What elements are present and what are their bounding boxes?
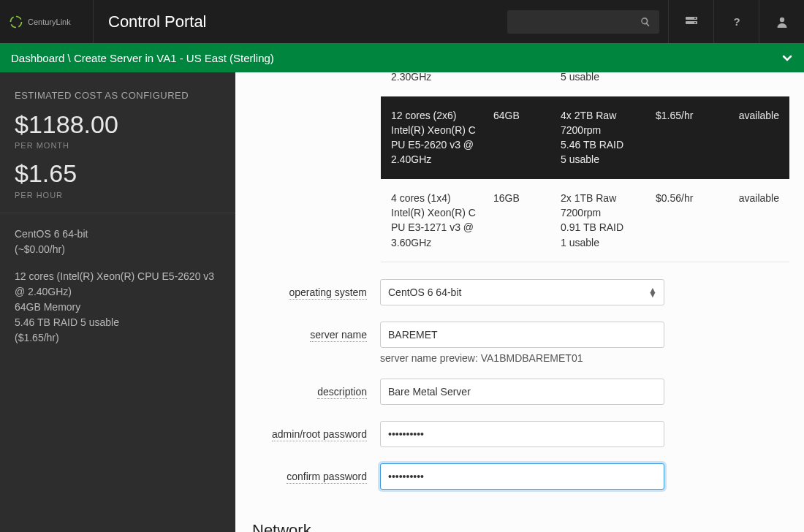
password-label: admin/root password [272, 428, 367, 441]
cost-title: ESTIMATED COST AS CONFIGURED [15, 90, 221, 101]
help-button[interactable]: ? [713, 0, 759, 43]
help-icon: ? [730, 15, 743, 28]
server-name-label: server name [310, 329, 367, 342]
description-input[interactable] [380, 379, 664, 405]
confirm-password-label: confirm password [287, 471, 367, 484]
cost-sidebar: ESTIMATED COST AS CONFIGURED $1188.00 PE… [0, 72, 235, 532]
svg-point-5 [779, 17, 784, 21]
servers-icon-button[interactable] [668, 0, 713, 43]
confirm-password-input[interactable] [380, 463, 664, 490]
network-section-title: Network [252, 521, 311, 532]
breadcrumb-text: Dashboard \ Create Server in VA1 - US Ea… [11, 52, 274, 64]
description-label: description [317, 386, 367, 399]
user-icon [775, 15, 789, 28]
os-label: operating system [289, 286, 367, 300]
servers-icon [685, 15, 698, 28]
user-menu-button[interactable] [759, 0, 804, 43]
password-input[interactable] [380, 421, 664, 447]
svg-text:?: ? [733, 15, 740, 28]
search-input[interactable] [507, 10, 659, 34]
hourly-cost: $1.65 [15, 160, 221, 187]
brand-name: CenturyLink [28, 18, 71, 26]
monthly-cost: $1188.00 [15, 111, 221, 138]
centurylink-logo-icon [9, 15, 23, 29]
config-row[interactable]: 4 cores (1x4) Intel(R) Xeon(R) C PU E3-1… [381, 179, 789, 262]
chevron-down-icon [781, 52, 793, 64]
header-actions: ? [507, 0, 804, 43]
hourly-label: PER HOUR [15, 191, 221, 200]
brand-logo[interactable]: CenturyLink [0, 0, 94, 43]
portal-title: Control Portal [94, 12, 507, 31]
svg-point-2 [694, 18, 696, 19]
config-row-selected[interactable]: 12 cores (2x6) Intel(R) Xeon(R) C PU E5-… [381, 96, 789, 179]
server-name-input[interactable] [380, 322, 664, 348]
server-form: operating system CentOS 6 64-bit ▲▼ serv… [235, 279, 789, 506]
spec-summary: CentOS 6 64-bit (~$0.00/hr) 12 cores (In… [0, 213, 235, 370]
breadcrumb[interactable]: Dashboard \ Create Server in VA1 - US Ea… [0, 43, 804, 72]
config-row[interactable]: PU E5-2650 v3 @ 2.30GHz 9.09 TB RAID 5 u… [381, 72, 789, 96]
top-header: CenturyLink Control Portal ? [0, 0, 804, 43]
main-panel: PU E5-2650 v3 @ 2.30GHz 9.09 TB RAID 5 u… [235, 72, 804, 532]
server-name-hint: server name preview: VA1BMDBAREMET01 [235, 352, 789, 364]
monthly-label: PER MONTH [15, 141, 221, 150]
config-table: PU E5-2650 v3 @ 2.30GHz 9.09 TB RAID 5 u… [381, 72, 789, 262]
svg-point-3 [694, 22, 696, 23]
os-select[interactable]: CentOS 6 64-bit [380, 279, 664, 305]
search-icon [640, 17, 651, 27]
